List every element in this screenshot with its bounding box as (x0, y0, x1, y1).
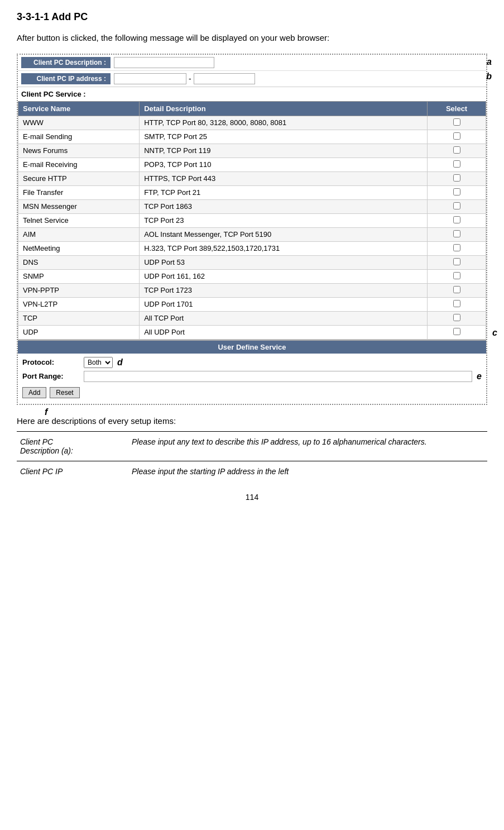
service-select-cell[interactable] (428, 227, 486, 241)
descriptions-intro: Here are descriptions of every setup ite… (17, 416, 487, 426)
label-a: a (487, 57, 492, 67)
service-checkbox[interactable] (453, 244, 460, 251)
label-c: c (492, 328, 497, 338)
service-select-cell[interactable] (428, 283, 486, 297)
service-detail-cell: HTTP, TCP Port 80, 3128, 8000, 8080, 808… (140, 116, 428, 130)
service-checkbox[interactable] (453, 188, 460, 195)
service-detail-cell: POP3, TCP Port 110 (140, 158, 428, 171)
label-d: d (117, 357, 123, 368)
client-pc-description-input[interactable] (114, 57, 214, 68)
service-name-cell: Secure HTTP (18, 171, 140, 185)
service-checkbox[interactable] (453, 132, 460, 140)
page-title: 3-3-1-1 Add PC (17, 11, 487, 23)
service-select-cell[interactable] (428, 199, 486, 213)
desc-definition: Please input the starting IP address in … (128, 461, 487, 481)
service-detail-cell: UDP Port 1701 (140, 297, 428, 311)
service-select-cell[interactable] (428, 269, 486, 283)
service-detail-cell: UDP Port 161, 162 (140, 269, 428, 283)
service-select-cell[interactable] (428, 255, 486, 269)
table-row: Telnet ServiceTCP Port 23 (18, 213, 486, 227)
service-detail-cell: All UDP Port (140, 325, 428, 339)
service-detail-cell: TCP Port 1863 (140, 199, 428, 213)
service-checkbox[interactable] (453, 272, 460, 279)
descriptions-section: Here are descriptions of every setup ite… (17, 416, 487, 481)
add-button[interactable]: Add (22, 387, 46, 398)
service-detail-cell: HTTPS, TCP Port 443 (140, 171, 428, 185)
col-service-name: Service Name (18, 101, 140, 116)
service-checkbox[interactable] (453, 328, 460, 335)
service-select-cell[interactable] (428, 185, 486, 199)
service-select-cell[interactable] (428, 171, 486, 185)
service-checkbox[interactable] (453, 314, 460, 321)
table-row: E-mail ReceivingPOP3, TCP Port 110 (18, 158, 486, 171)
client-pc-description-row: Client PC Description : (18, 55, 486, 71)
service-name-cell: TCP (18, 311, 140, 325)
table-row: UDPAll UDP Port (18, 325, 486, 339)
service-select-cell[interactable] (428, 241, 486, 255)
col-select: Select (428, 101, 486, 116)
desc-row: Client PCDescription (a):Please input an… (17, 431, 487, 461)
service-checkbox[interactable] (453, 202, 460, 209)
service-checkbox[interactable] (453, 118, 460, 126)
desc-term: Client PCDescription (a): (17, 431, 128, 461)
port-range-input[interactable] (84, 371, 472, 382)
service-select-cell[interactable] (428, 213, 486, 227)
table-row: E-mail SendingSMTP, TCP Port 25 (18, 130, 486, 144)
service-name-cell: AIM (18, 227, 140, 241)
service-name-cell: DNS (18, 255, 140, 269)
service-name-cell: VPN-PPTP (18, 283, 140, 297)
service-detail-cell: H.323, TCP Port 389,522,1503,1720,1731 (140, 241, 428, 255)
service-select-cell[interactable] (428, 144, 486, 158)
service-checkbox[interactable] (453, 174, 460, 182)
client-pc-ip-label: Client PC IP address : (21, 73, 111, 84)
reset-button[interactable]: Reset (50, 387, 79, 398)
service-name-cell: E-mail Sending (18, 130, 140, 144)
page-number: 114 (17, 493, 487, 502)
table-row: News ForumsNNTP, TCP Port 119 (18, 144, 486, 158)
service-name-cell: VPN-L2TP (18, 297, 140, 311)
service-name-cell: MSN Messenger (18, 199, 140, 213)
col-detail-description: Detail Description (140, 101, 428, 116)
desc-definition: Please input any text to describe this I… (128, 431, 487, 461)
port-range-label: Port Range: (22, 372, 84, 380)
service-checkbox[interactable] (453, 160, 460, 168)
service-select-cell[interactable] (428, 158, 486, 171)
client-pc-ip-end-input[interactable] (194, 73, 255, 84)
button-row: Add Reset (22, 385, 482, 400)
service-checkbox[interactable] (453, 300, 460, 307)
service-detail-cell: TCP Port 1723 (140, 283, 428, 297)
service-select-cell[interactable] (428, 116, 486, 130)
service-checkbox[interactable] (453, 146, 460, 154)
service-select-cell[interactable] (428, 311, 486, 325)
intro-text: After button is clicked, the following m… (17, 32, 487, 45)
service-name-cell: File Transfer (18, 185, 140, 199)
desc-row: Client PC IPPlease input the starting IP… (17, 461, 487, 481)
service-name-cell: E-mail Receiving (18, 158, 140, 171)
service-select-cell[interactable] (428, 130, 486, 144)
service-detail-cell: All TCP Port (140, 311, 428, 325)
service-name-cell: SNMP (18, 269, 140, 283)
client-pc-service-label: Client PC Service : (18, 87, 486, 101)
user-define-section: User Define Service Protocol: BothTCPUDP… (18, 340, 486, 404)
client-pc-description-label: Client PC Description : (21, 57, 111, 68)
table-row: Secure HTTPHTTPS, TCP Port 443 (18, 171, 486, 185)
service-detail-cell: AOL Instant Messenger, TCP Port 5190 (140, 227, 428, 241)
table-row: VPN-PPTPTCP Port 1723 (18, 283, 486, 297)
service-name-cell: Telnet Service (18, 213, 140, 227)
label-b: b (486, 71, 492, 82)
service-checkbox[interactable] (453, 286, 460, 293)
client-pc-ip-start-input[interactable] (114, 73, 186, 84)
service-checkbox[interactable] (453, 258, 460, 265)
service-name-cell: WWW (18, 116, 140, 130)
service-select-cell[interactable] (428, 297, 486, 311)
protocol-select[interactable]: BothTCPUDP (84, 357, 113, 368)
service-detail-cell: UDP Port 53 (140, 255, 428, 269)
port-range-row: Port Range: e (22, 371, 482, 382)
service-name-cell: News Forums (18, 144, 140, 158)
service-checkbox[interactable] (453, 230, 460, 237)
service-checkbox[interactable] (453, 216, 460, 223)
service-select-cell[interactable] (428, 325, 486, 339)
service-table: Service Name Detail Description Select W… (18, 101, 486, 340)
service-name-cell: NetMeeting (18, 241, 140, 255)
service-name-cell: UDP (18, 325, 140, 339)
